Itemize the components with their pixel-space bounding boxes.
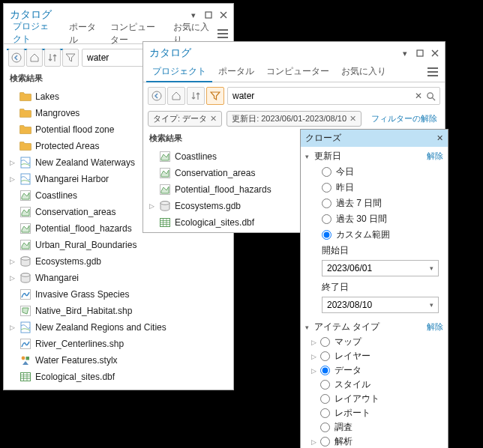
expand-icon[interactable]: ▷ (148, 202, 155, 210)
shp-icon (19, 304, 32, 318)
tree-item[interactable]: Ecological_sites.dbf (4, 369, 233, 385)
tab-portal[interactable]: ポータル (212, 62, 260, 81)
radio-option[interactable]: 過去 7 日間 (305, 196, 443, 211)
expand-icon[interactable]: ▷ (310, 339, 317, 346)
item-radio[interactable] (320, 380, 330, 390)
chip-remove-icon[interactable]: ✕ (210, 114, 217, 124)
item-type-option[interactable]: ▷解析 (305, 435, 443, 448)
expand-icon[interactable]: ▷ (8, 159, 16, 166)
tree-item[interactable]: River_Centerlines.shp (4, 336, 233, 352)
search-icon[interactable] (424, 90, 436, 102)
filter-popup: クローズ ✕ ▾ 更新日 解除 今日昨日過去 7 日間過去 30 日間カスタム範… (300, 129, 448, 448)
item-radio[interactable] (320, 366, 330, 375)
expand-icon[interactable]: ▷ (8, 258, 16, 265)
menu-icon[interactable] (424, 64, 442, 80)
expand-icon[interactable]: ▷ (310, 438, 317, 446)
item-radio[interactable] (320, 351, 330, 361)
map-icon (19, 156, 32, 169)
item-type-option[interactable]: ▷マップ (305, 335, 443, 349)
tab-computer[interactable]: コンピューター (260, 62, 335, 81)
search-box[interactable]: ✕ (227, 87, 440, 105)
item-type-option[interactable]: レイアウト (305, 392, 443, 406)
expand-icon[interactable]: ▷ (8, 274, 16, 282)
fc-icon (158, 166, 172, 180)
expand-icon[interactable]: ▷ (8, 324, 16, 331)
radio-option[interactable]: 昨日 (305, 180, 443, 196)
close-icon[interactable] (217, 8, 230, 22)
tree-item[interactable]: ▷New Zealand Regions and Cities (4, 319, 233, 336)
clear-filters-link[interactable]: フィルターの解除 (371, 113, 440, 124)
item-radio[interactable] (320, 394, 330, 404)
radio-input[interactable] (322, 214, 332, 224)
radio-option[interactable]: カスタム範囲 (305, 227, 443, 243)
item-radio[interactable] (320, 337, 330, 347)
group-header[interactable]: ▾ 更新日 解除 (305, 148, 443, 164)
filter-button[interactable] (62, 49, 79, 67)
chevron-down-icon: ▾ (305, 324, 314, 331)
item-label: スタイル (334, 378, 370, 391)
tab-project[interactable]: プロジェクト (146, 62, 212, 82)
home-button[interactable] (26, 49, 43, 67)
item-type-option[interactable]: スタイル (305, 378, 443, 392)
maximize-icon[interactable] (413, 46, 427, 60)
search-input[interactable] (231, 91, 412, 101)
group-header[interactable]: ▾ アイテム タイプ 解除 (305, 319, 443, 335)
start-date-value: 2023/06/01 (327, 263, 430, 273)
radio-input[interactable] (322, 183, 332, 193)
item-label: Lakes (35, 91, 59, 102)
svg-point-12 (21, 273, 30, 276)
filter-chip-type[interactable]: タイプ: データ✕ (148, 111, 222, 127)
svg-point-27 (160, 202, 170, 205)
tree-item[interactable]: Native_Bird_Habitat.shp (4, 303, 233, 319)
item-label: データ (334, 364, 362, 377)
home-button[interactable] (167, 87, 185, 105)
expand-icon[interactable]: ▷ (310, 353, 317, 360)
tree-item[interactable]: Invasive Grass Species (4, 286, 233, 303)
item-label: Conservation_areas (35, 207, 116, 217)
item-label: Ecological_sites.dbf (175, 217, 254, 228)
expand-icon[interactable]: ▷ (310, 367, 317, 375)
release-link[interactable]: 解除 (427, 151, 443, 162)
radio-label: 過去 30 日間 (336, 213, 387, 225)
item-label: Native_Bird_Habitat.shp (35, 306, 132, 316)
radio-input[interactable] (322, 199, 332, 208)
end-date-select[interactable]: 2023/08/10▾ (322, 297, 439, 313)
dropdown-icon[interactable]: ▾ (398, 46, 412, 60)
radio-input[interactable] (322, 230, 332, 240)
radio-input[interactable] (322, 167, 332, 177)
menu-icon[interactable] (216, 25, 231, 42)
tree-item[interactable]: ▷Ecosystems.gdb (4, 253, 233, 270)
item-radio[interactable] (320, 423, 330, 432)
item-type-option[interactable]: ▷データ (305, 363, 443, 378)
radio-option[interactable]: 今日 (305, 164, 443, 180)
item-label: Coastlines (35, 190, 77, 201)
back-button[interactable] (148, 87, 166, 105)
popup-close-icon[interactable]: ✕ (436, 133, 443, 143)
clear-icon[interactable]: ✕ (412, 90, 424, 102)
item-type-option[interactable]: 調査 (305, 420, 443, 435)
filter-button-active[interactable] (206, 87, 224, 105)
item-label: レポート (334, 407, 370, 420)
radio-option[interactable]: 過去 30 日間 (305, 211, 443, 227)
titlebar: カタログ ▾ (143, 42, 445, 61)
start-date-select[interactable]: 2023/06/01▾ (322, 260, 439, 276)
item-radio[interactable] (320, 408, 330, 418)
tab-favorites[interactable]: お気に入り (335, 62, 392, 81)
back-button[interactable] (8, 49, 25, 67)
filter-chip-date[interactable]: 更新日: 2023/06/01-2023/08/10✕ (226, 111, 362, 127)
group-item-type: ▾ アイテム タイプ 解除 ▷マップ▷レイヤー▷データスタイルレイアウトレポート… (301, 318, 448, 448)
chip-remove-icon[interactable]: ✕ (350, 114, 356, 124)
map-icon (19, 321, 32, 334)
item-radio[interactable] (320, 437, 330, 447)
item-type-option[interactable]: レポート (305, 406, 443, 420)
tree-item[interactable]: ▷Whangarei (4, 270, 233, 286)
expand-icon[interactable]: ▷ (8, 175, 16, 183)
sort-button[interactable] (187, 87, 205, 105)
tree-item[interactable]: Urban_Rural_Boundaries (4, 237, 233, 253)
item-type-option[interactable]: ▷レイヤー (305, 349, 443, 363)
close-icon[interactable] (428, 46, 442, 60)
release-link[interactable]: 解除 (427, 321, 443, 333)
line-icon (19, 337, 32, 351)
sort-button[interactable] (44, 49, 61, 67)
tree-item[interactable]: Water Features.stylx (4, 352, 233, 369)
